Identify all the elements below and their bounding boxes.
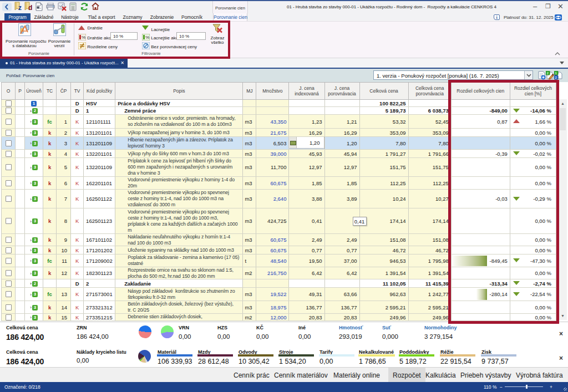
svg-text:d: d bbox=[28, 4, 32, 11]
svg-text:z: z bbox=[18, 4, 22, 11]
